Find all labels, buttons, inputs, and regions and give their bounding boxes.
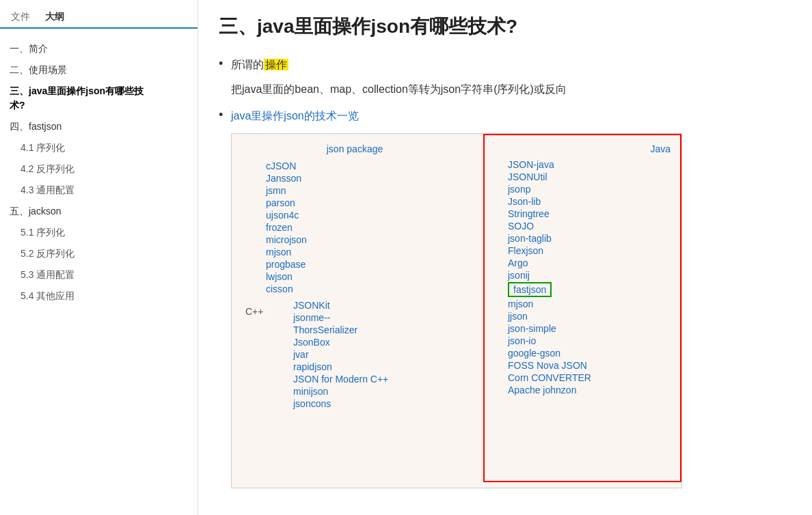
list-item: microjson [245,234,464,246]
list-item: Stringtree [494,208,671,220]
bullet-item-1: • 所谓的操作 [219,56,791,74]
list-item: ujson4c [245,209,464,221]
sidebar-item-3[interactable]: 三、java里面操作json有哪些技术? [7,81,191,116]
sidebar-items: 一、简介 二、使用场景 三、java里面操作json有哪些技术? 四、fastj… [0,36,198,309]
bullet2-text: java里操作json的技术一览 [231,107,359,125]
list-item: jsonp [494,183,671,195]
sidebar: 文件 大纲 一、简介 二、使用场景 三、java里面操作json有哪些技术? 四… [0,0,198,515]
sidebar-item-5-3[interactable]: 5.3 通用配置 [7,264,191,286]
sidebar-item-5-2[interactable]: 5.2 反序列化 [7,243,191,264]
list-item: JSONKit [273,299,388,311]
list-item: Json-lib [494,195,671,208]
continuation-text: 把java里面的bean、map、collection等转为json字符串(序列… [231,81,791,98]
diagram-left: json package cJSON Jansson jsmn parson u… [232,134,478,419]
list-item: JSON for Modern C++ [273,373,388,385]
list-item: Corn CONVERTER [494,372,671,384]
list-item: json-io [494,335,671,347]
bullet1-highlight: 操作 [264,59,288,70]
cpp-lib-list: JSONKit jsonme-- ThorsSerializer JsonBox… [273,299,388,410]
list-item: jsonij [494,269,671,281]
list-item: cisson [245,283,464,295]
diagram-right-title: Java [494,143,671,154]
list-item: Flexjson [494,245,671,257]
sidebar-item-4-1[interactable]: 4.1 序列化 [7,137,191,158]
sidebar-item-4[interactable]: 四、fastjson [7,116,191,137]
list-item: parson [245,197,464,209]
list-item: fastjson [494,281,671,298]
bullet-item-2: • java里操作json的技术一览 [219,107,791,125]
sidebar-tab-outline[interactable]: 大纲 [41,7,75,29]
list-item: ThorsSerializer [273,324,388,336]
diagram-left-title: json package [245,143,464,154]
sidebar-header: 文件 大纲 [0,7,198,29]
main-content: 三、java里面操作json有哪些技术? • 所谓的操作 把java里面的bea… [198,0,812,515]
sidebar-item-5-4[interactable]: 5.4 其他应用 [7,286,191,307]
list-item: jjson [494,310,671,322]
list-item: frozen [245,221,464,234]
list-item: mjson [494,298,671,310]
list-item: JSONUtil [494,171,671,183]
bullet-dot-1: • [219,57,231,71]
list-item: JsonBox [273,336,388,348]
list-item: JSON-java [494,158,671,171]
sidebar-item-5-1[interactable]: 5.1 序列化 [7,222,191,243]
bullet1-prefix: 所谓的 [231,59,264,70]
java-lib-list: JSON-java JSONUtil jsonp Json-lib String… [494,158,671,396]
list-item: Argo [494,257,671,269]
list-item: Apache johnzon [494,384,671,396]
list-item: jsonme-- [273,311,388,324]
sidebar-tab-file[interactable]: 文件 [7,7,41,27]
sidebar-item-1[interactable]: 一、简介 [7,38,191,59]
sidebar-item-4-3[interactable]: 4.3 通用配置 [7,180,191,201]
list-item: minijson [273,385,388,398]
bullet-text-1: 所谓的操作 [231,56,288,74]
list-item: Jansson [245,172,464,184]
list-item: lwjson [245,270,464,283]
list-item: jsmn [245,184,464,197]
list-item: jvar [273,348,388,361]
list-item: progbase [245,258,464,270]
list-item: jsoncons [273,398,388,410]
list-item: cJSON [245,160,464,172]
list-item: SOJO [494,220,671,232]
cpp-label: C++ [245,306,273,407]
list-item: rapidjson [273,361,388,373]
list-item: json-simple [494,322,671,335]
list-item: json-taglib [494,232,671,245]
list-item: mjson [245,246,464,258]
sidebar-item-5[interactable]: 五、jackson [7,201,191,222]
fastjson-highlight: fastjson [508,282,552,297]
sidebar-item-4-2[interactable]: 4.2 反序列化 [7,158,191,180]
list-item: FOSS Nova JSON [494,359,671,372]
list-item: google-gson [494,347,671,359]
diagram-right: Java JSON-java JSONUtil jsonp Json-lib S… [483,134,681,482]
c-lib-list: cJSON Jansson jsmn parson ujson4c frozen… [245,160,464,295]
page-title: 三、java里面操作json有哪些技术? [219,14,791,40]
diagram-container: json package cJSON Jansson jsmn parson u… [231,133,682,488]
sidebar-item-2[interactable]: 二、使用场景 [7,59,191,81]
bullet-dot-2: • [219,108,231,122]
